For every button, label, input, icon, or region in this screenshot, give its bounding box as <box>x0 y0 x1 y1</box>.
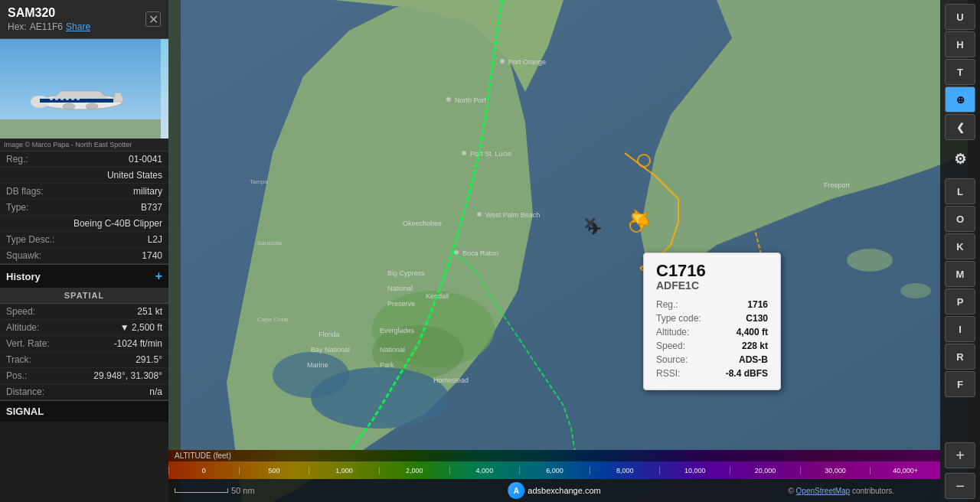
toolbar-btn-o[interactable]: O <box>945 206 975 232</box>
svg-text:Port St. Lucie: Port St. Lucie <box>470 150 511 158</box>
tick-10000: 10,000 <box>659 467 730 474</box>
typedesc-value: L2J <box>148 234 162 245</box>
zoom-in-button[interactable]: + <box>945 442 975 468</box>
popup-row-rssi: RSSI: -8.4 dBFS <box>656 367 768 380</box>
panel-header: SAM320 Hex: AE11F6 Share ✕ <box>0 0 168 39</box>
share-link[interactable]: Share <box>66 21 90 32</box>
toolbar-btn-f[interactable]: F <box>945 371 975 397</box>
tick-6000: 6,000 <box>519 467 590 474</box>
info-row-type: Type: B737 <box>0 200 168 216</box>
altitude-label: Altitude: <box>6 322 39 333</box>
signal-label: SIGNAL <box>6 406 44 417</box>
toolbar-btn-back[interactable]: ❮ <box>945 114 975 140</box>
speed-label: Speed: <box>6 306 35 317</box>
hex-label: Hex: <box>8 21 27 32</box>
map-svg: Port St. Lucie Port Orange North Port We… <box>168 0 980 502</box>
squawk-label: Squawk: <box>6 250 41 261</box>
image-credit: Image © Marco Papa - North East Spotter <box>0 139 168 152</box>
openstreetmap-link[interactable]: OpenStreetMap <box>796 487 851 495</box>
svg-text:Preserve: Preserve <box>387 300 415 308</box>
svg-point-28 <box>500 59 505 64</box>
hex-value: AE11F6 <box>30 21 63 32</box>
popup-callsign: C1716 <box>656 262 768 279</box>
svg-rect-7 <box>50 98 53 100</box>
svg-rect-11 <box>71 98 74 100</box>
svg-text:National: National <box>380 346 405 354</box>
logo: A adsbexchange.com <box>508 482 600 499</box>
toolbar-btn-t[interactable]: T <box>945 59 975 85</box>
aircraft-title: SAM320 <box>8 6 90 20</box>
svg-text:Port Orange: Port Orange <box>508 58 546 66</box>
right-toolbar: U H T ⊕ ❮ ⚙ L O K M P I R F + − <box>940 0 980 502</box>
zoom-out-button[interactable]: − <box>945 473 975 499</box>
type-value: B737 <box>141 202 162 213</box>
svg-text:Marine: Marine <box>307 361 328 369</box>
map-area[interactable]: Port St. Lucie Port Orange North Port We… <box>168 0 980 502</box>
aircraft-icon-x[interactable]: ✈ <box>586 218 604 236</box>
popup-typecode-label: Type code: <box>656 313 701 324</box>
tick-4000: 4,000 <box>449 467 520 474</box>
tick-8000: 8,000 <box>590 467 660 474</box>
aircraft-popup[interactable]: C1716 ADFE1C Reg.: 1716 Type code: C130 … <box>643 253 781 390</box>
svg-text:Okeechobee: Okeechobee <box>403 220 442 227</box>
tick-20000: 20,000 <box>730 467 800 474</box>
track-row: Track: 291.5° <box>0 352 168 368</box>
altitude-row: Altitude: ▼ 2,500 ft <box>0 320 168 336</box>
svg-text:Sarasota: Sarasota <box>257 240 283 246</box>
info-row-country: United States <box>0 168 168 184</box>
toolbar-btn-layers[interactable]: ⊕ <box>945 86 975 112</box>
close-button[interactable]: ✕ <box>145 11 161 27</box>
svg-point-23 <box>847 249 893 272</box>
typedesc-label: Type Desc.: <box>6 234 54 245</box>
svg-text:Freeport: Freeport <box>824 181 851 189</box>
svg-text:West Palm Beach: West Palm Beach <box>485 211 540 219</box>
toolbar-btn-r[interactable]: R <box>945 344 975 370</box>
tick-1000: 1,000 <box>309 467 379 474</box>
toolbar-btn-k[interactable]: K <box>945 233 975 259</box>
popup-row-speed: Speed: 228 kt <box>656 339 768 353</box>
distance-row: Distance: n/a <box>0 384 168 400</box>
svg-point-14 <box>86 103 98 109</box>
history-section-header[interactable]: History + <box>0 264 168 288</box>
popup-row-reg: Reg.: 1716 <box>656 298 768 311</box>
popup-row-source: Source: ADS-B <box>656 353 768 367</box>
svg-text:Boca Raton: Boca Raton <box>462 249 498 257</box>
scale-bar: 50 nm <box>175 486 255 495</box>
svg-text:Park: Park <box>380 361 394 369</box>
svg-text:Everglades: Everglades <box>380 327 415 334</box>
altitude-bar-ticks: 0 500 1,000 2,000 4,000 6,000 8,000 10,0… <box>168 461 940 479</box>
popup-row-alt: Altitude: 4,400 ft <box>656 325 768 339</box>
svg-text:North Port: North Port <box>455 96 487 104</box>
toolbar-btn-u[interactable]: U <box>945 4 975 30</box>
dbflags-label: DB flags: <box>6 186 44 197</box>
toolbar-btn-l[interactable]: L <box>945 178 975 204</box>
svg-rect-9 <box>60 98 64 100</box>
toolbar-btn-i[interactable]: I <box>945 316 975 342</box>
toolbar-btn-p[interactable]: P <box>945 288 975 315</box>
popup-source-label: Source: <box>656 354 688 365</box>
svg-text:Bay National: Bay National <box>311 346 350 354</box>
distance-label: Distance: <box>6 386 44 397</box>
popup-row-typecode: Type code: C130 <box>656 311 768 325</box>
svg-text:Tampa: Tampa <box>250 178 269 185</box>
svg-text:Homestead: Homestead <box>433 376 469 384</box>
spatial-table: Speed: 251 kt Altitude: ▼ 2,500 ft Vert.… <box>0 304 168 400</box>
scale-label: 50 nm <box>231 486 255 495</box>
toolbar-btn-h[interactable]: H <box>945 31 975 57</box>
svg-point-31 <box>477 212 482 217</box>
gear-icon[interactable]: ⚙ <box>945 146 975 172</box>
signal-section-header[interactable]: SIGNAL <box>0 400 168 422</box>
vertrate-row: Vert. Rate: -1024 ft/min <box>0 336 168 352</box>
distance-value: n/a <box>149 386 162 397</box>
track-value: 291.5° <box>136 354 162 365</box>
vertrate-value: -1024 ft/min <box>114 338 162 349</box>
scale-line <box>175 488 228 493</box>
info-row-typedesc: Type Desc.: L2J <box>0 232 168 248</box>
spatial-header: SPATIAL <box>0 288 168 304</box>
toolbar-btn-m[interactable]: M <box>945 261 975 287</box>
info-row-typename: Boeing C-40B Clipper <box>0 216 168 232</box>
svg-text:Florida: Florida <box>318 331 340 338</box>
history-plus-icon[interactable]: + <box>155 269 162 283</box>
popup-alt-value: 4,400 ft <box>737 327 768 337</box>
logo-text: adsbexchange.com <box>528 486 600 495</box>
